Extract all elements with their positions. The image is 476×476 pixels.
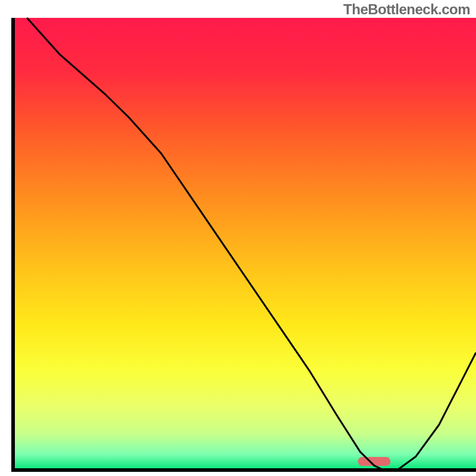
watermark-text: TheBottleneck.com (343, 1, 470, 18)
bottleneck-chart (0, 0, 476, 476)
chart-container: TheBottleneck.com (0, 0, 476, 476)
gradient-background (13, 18, 476, 470)
